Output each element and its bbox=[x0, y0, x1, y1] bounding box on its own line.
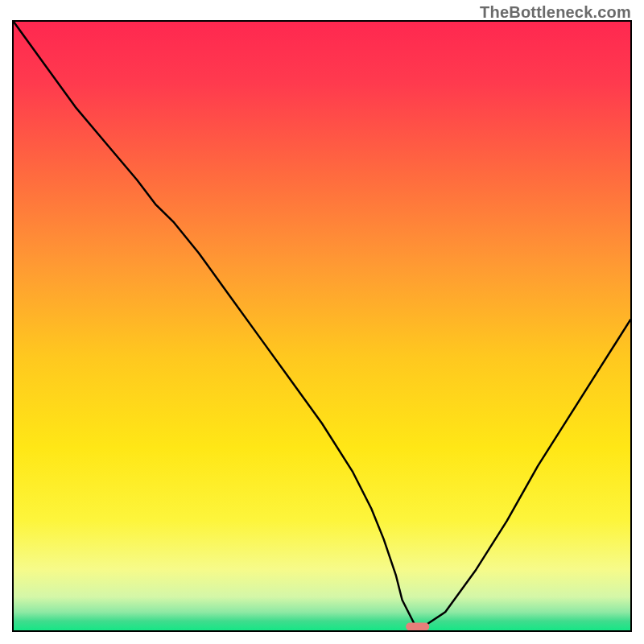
chart-container: TheBottleneck.com bbox=[0, 0, 644, 644]
chart-svg bbox=[14, 22, 630, 630]
watermark-text: TheBottleneck.com bbox=[480, 3, 631, 22]
plot-area bbox=[12, 20, 632, 632]
chart-background bbox=[14, 22, 630, 630]
optimal-marker bbox=[406, 623, 429, 630]
